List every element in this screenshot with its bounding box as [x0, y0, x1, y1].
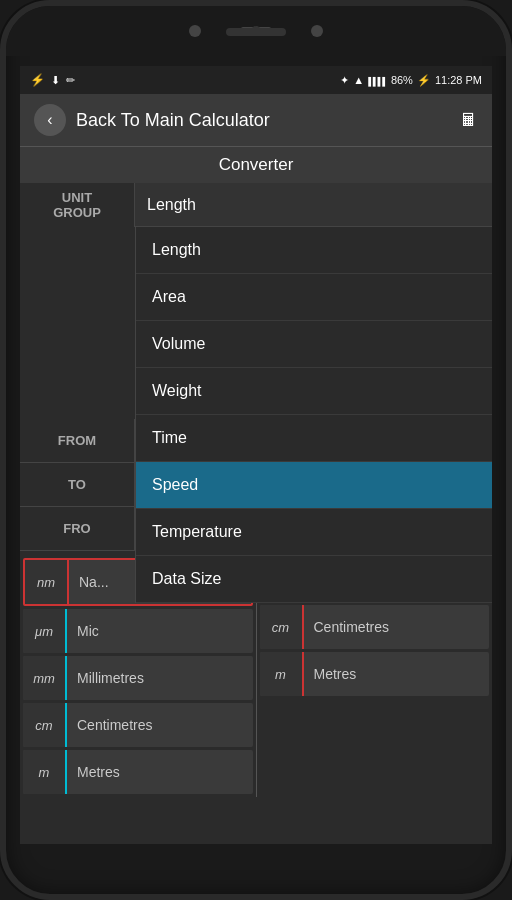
um-symbol: μm: [23, 609, 67, 653]
back-arrow-icon: ‹: [47, 111, 52, 129]
m-left-symbol: m: [23, 750, 67, 794]
dropdown-item-speed[interactable]: Speed: [136, 462, 492, 509]
converter-title: Converter: [20, 146, 492, 183]
unit-btn-m-right[interactable]: m Metres: [260, 652, 490, 696]
dropdown-item-time[interactable]: Time: [136, 415, 492, 462]
unit-group-selected: Length: [147, 196, 196, 214]
dropdown-item-datasize[interactable]: Data Size: [136, 556, 492, 603]
status-left-icons: [30, 73, 75, 87]
unit-btn-um[interactable]: μm Mic: [23, 609, 253, 653]
dropdown-item-weight[interactable]: Weight: [136, 368, 492, 415]
time-display: 11:28 PM: [435, 74, 482, 86]
dropdown-menu: Length Area Volume Weight Time Speed Tem…: [135, 227, 492, 603]
m-left-name: Metres: [67, 756, 253, 788]
nav-title: Back To Main Calculator: [76, 110, 450, 131]
mm-left-symbol: mm: [23, 656, 67, 700]
edit-icon: [66, 74, 75, 87]
cm-right-name: Centimetres: [304, 611, 490, 643]
download-icon: [51, 74, 60, 87]
unit-group-label: UNITGROUP: [20, 183, 135, 227]
usb-icon: [30, 73, 45, 87]
from-value-label: FRO: [20, 507, 135, 550]
nm-symbol: nm: [25, 560, 69, 604]
battery-text: 86%: [391, 74, 413, 86]
unit-group-value[interactable]: Length: [135, 183, 492, 227]
bottom-back-btn[interactable]: [189, 25, 201, 37]
nav-bar: ‹ Back To Main Calculator 🖩: [20, 94, 492, 146]
main-content: UNITGROUP Length Length Area Volume Weig…: [20, 183, 492, 797]
from-label: FROM: [20, 419, 135, 462]
um-name: Mic: [67, 615, 253, 647]
cm-right-symbol: cm: [260, 605, 304, 649]
unit-btn-cm-right[interactable]: cm Centimetres: [260, 605, 490, 649]
mm-left-name: Millimetres: [67, 662, 253, 694]
phone-frame: 86%⚡ 11:28 PM ‹ Back To Main Calculator …: [0, 0, 512, 900]
m-right-name: Metres: [304, 658, 490, 690]
dropdown-item-length[interactable]: Length: [136, 227, 492, 274]
unit-btn-m-left[interactable]: m Metres: [23, 750, 253, 794]
unit-group-row: UNITGROUP Length: [20, 183, 492, 227]
to-label: TO: [20, 463, 135, 506]
back-button[interactable]: ‹: [34, 104, 66, 136]
cm-left-symbol: cm: [23, 703, 67, 747]
calculator-icon[interactable]: 🖩: [460, 110, 478, 131]
phone-speaker: [226, 28, 286, 36]
status-right-area: 86%⚡ 11:28 PM: [340, 74, 482, 87]
cm-left-name: Centimetres: [67, 709, 253, 741]
bluetooth-icon: [340, 74, 349, 87]
unit-btn-mm-left[interactable]: mm Millimetres: [23, 656, 253, 700]
dropdown-item-area[interactable]: Area: [136, 274, 492, 321]
dropdown-item-volume[interactable]: Volume: [136, 321, 492, 368]
unit-btn-cm-left[interactable]: cm Centimetres: [23, 703, 253, 747]
status-bar: 86%⚡ 11:28 PM: [20, 66, 492, 94]
m-right-symbol: m: [260, 652, 304, 696]
signal-icon: [368, 74, 387, 86]
phone-screen: 86%⚡ 11:28 PM ‹ Back To Main Calculator …: [20, 66, 492, 844]
bottom-recent-btn[interactable]: [311, 25, 323, 37]
dropdown-item-temperature[interactable]: Temperature: [136, 509, 492, 556]
wifi-icon: [353, 74, 364, 86]
